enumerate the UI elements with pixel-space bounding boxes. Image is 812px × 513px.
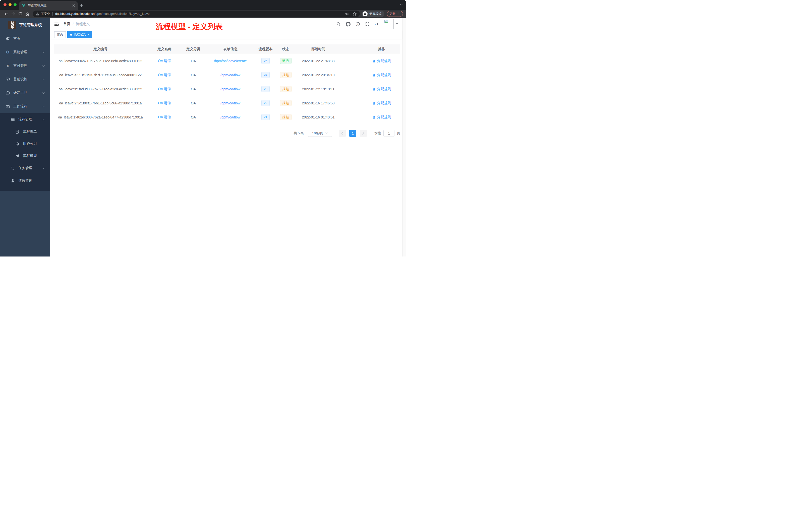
fullscreen-icon[interactable] bbox=[365, 22, 370, 26]
incognito-label: 无痕模式 bbox=[369, 12, 381, 16]
back-icon[interactable] bbox=[2, 10, 9, 17]
sidebar-item-研发工具[interactable]: 研发工具 bbox=[0, 86, 50, 100]
column-header-部署时间: 部署时间 bbox=[296, 44, 340, 54]
sidebar-item-label: 请假查询 bbox=[18, 178, 32, 183]
goto-page-input[interactable] bbox=[383, 130, 395, 137]
key-icon[interactable] bbox=[345, 12, 349, 16]
collapse-sidebar-icon[interactable] bbox=[54, 22, 59, 27]
assign-rule-label: 分配规则 bbox=[377, 101, 391, 105]
sidebar-item-流程管理[interactable]: 流程管理 bbox=[0, 113, 50, 126]
url-domain: dashboard.yudao.iocoder.cn bbox=[55, 12, 95, 16]
assign-rule-label: 分配规则 bbox=[377, 115, 391, 119]
version-badge: v4 bbox=[261, 72, 270, 78]
tag-label: 流程定义 bbox=[74, 32, 86, 37]
sidebar-item-流程模型[interactable]: 流程模型 bbox=[0, 150, 50, 162]
definition-name-link[interactable]: OA 请假 bbox=[158, 73, 171, 77]
close-icon[interactable]: × bbox=[88, 33, 89, 36]
deploy-time: 2022-01-22 21:48:38 bbox=[302, 59, 335, 63]
breadcrumb-home[interactable]: 首页 bbox=[63, 22, 70, 26]
sidebar-item-流程表单[interactable]: 流程表单 bbox=[0, 126, 50, 138]
page-size-select[interactable]: 10条/页 bbox=[308, 130, 332, 137]
breadcrumb-separator: / bbox=[72, 22, 74, 26]
status-badge: 激活 bbox=[280, 58, 291, 64]
avatar[interactable] bbox=[384, 19, 394, 29]
assign-rule-button[interactable]: 分配规则 bbox=[372, 73, 391, 77]
sidebar-item-用户分组[interactable]: 用户分组 bbox=[0, 138, 50, 150]
github-icon[interactable] bbox=[346, 22, 350, 27]
sidebar-item-请假查询[interactable]: 请假查询 bbox=[0, 175, 50, 187]
deploy-time: 2022-01-22 19:19:11 bbox=[302, 87, 335, 91]
svg-text:T: T bbox=[376, 22, 379, 26]
app-header: 首页 / 流程定义 流程模型 - 定义列表 ? bbox=[50, 18, 403, 30]
assign-rule-button[interactable]: 分配规则 bbox=[372, 115, 391, 119]
font-size-icon[interactable]: TT bbox=[375, 22, 380, 26]
scrollbar-gutter[interactable] bbox=[403, 18, 406, 256]
browser-menu-icon[interactable] bbox=[397, 12, 401, 16]
definition-table: 定义编号定义名称定义分类表单信息流程版本状态部署时间操作 oa_leave:5:… bbox=[54, 44, 400, 124]
new-tab-button[interactable] bbox=[78, 1, 85, 10]
definition-name-link[interactable]: OA 请假 bbox=[158, 59, 171, 63]
assign-rule-label: 分配规则 bbox=[377, 59, 391, 63]
update-button[interactable]: 更新 bbox=[387, 11, 403, 17]
sidebar-logo[interactable]: 芋道管理系统 bbox=[0, 18, 50, 32]
briefcase-icon bbox=[5, 104, 10, 109]
status-badge: 挂起 bbox=[280, 72, 291, 78]
page-1-button[interactable]: 1 bbox=[349, 130, 356, 137]
forward-icon[interactable] bbox=[9, 10, 17, 17]
column-header-定义分类: 定义分类 bbox=[182, 44, 205, 54]
address-bar[interactable]: 不安全 dashboard.yudao.iocoder.cn /bpm/mana… bbox=[33, 10, 360, 17]
tag-首页[interactable]: 首页 bbox=[54, 31, 66, 38]
sidebar-item-工作流程[interactable]: 工作流程 bbox=[0, 100, 50, 113]
prev-page-button[interactable] bbox=[339, 130, 346, 137]
next-page-button[interactable] bbox=[360, 130, 367, 137]
home-icon[interactable] bbox=[24, 10, 31, 17]
form-info-link[interactable]: /bpm/oa/leave/create bbox=[214, 59, 247, 63]
active-tag-dot bbox=[70, 34, 72, 36]
sidebar-item-系统管理[interactable]: ⚙系统管理 bbox=[0, 46, 50, 59]
definition-name-link[interactable]: OA 请假 bbox=[158, 101, 171, 105]
sidebar-item-label: 研发工具 bbox=[13, 91, 27, 95]
assign-rule-button[interactable]: 分配规则 bbox=[372, 59, 391, 63]
breadcrumb: 首页 / 流程定义 bbox=[63, 22, 90, 26]
definition-name-link[interactable]: OA 请假 bbox=[158, 115, 171, 119]
column-header-流程版本: 流程版本 bbox=[256, 44, 275, 54]
definition-name-link[interactable]: OA 请假 bbox=[158, 87, 171, 91]
sidebar-item-支付管理[interactable]: ¥支付管理 bbox=[0, 59, 50, 72]
form-info-link[interactable]: /bpm/oa/flow bbox=[221, 115, 240, 119]
form-info-link[interactable]: /bpm/oa/flow bbox=[221, 101, 240, 105]
goto-label: 前往 bbox=[374, 131, 381, 135]
chevron-down-icon bbox=[42, 91, 45, 95]
help-icon[interactable]: ? bbox=[355, 22, 360, 26]
avatar-caret-icon[interactable] bbox=[396, 23, 399, 25]
close-window-button[interactable] bbox=[3, 3, 6, 6]
form-info-link[interactable]: /bpm/oa/flow bbox=[221, 87, 240, 91]
sidebar-item-label: 首页 bbox=[13, 36, 20, 41]
sidebar-item-首页[interactable]: 首页 bbox=[0, 32, 50, 46]
incognito-badge: 无痕模式 bbox=[362, 10, 384, 17]
tag-流程定义[interactable]: 流程定义× bbox=[67, 31, 92, 38]
user-icon bbox=[372, 73, 376, 77]
sidebar-item-基础设施[interactable]: 基础设施 bbox=[0, 72, 50, 86]
sidebar-item-label: 任务管理 bbox=[18, 166, 32, 171]
sidebar-item-任务管理[interactable]: 任务管理 bbox=[0, 162, 50, 175]
security-label[interactable]: 不安全 bbox=[41, 12, 50, 16]
chevron-up-icon bbox=[42, 105, 45, 108]
sidebar-item-label: 基础设施 bbox=[13, 77, 27, 82]
bookmark-star-icon[interactable] bbox=[352, 12, 357, 16]
form-info-link[interactable]: /bpm/oa/flow bbox=[221, 73, 240, 77]
deploy-time: 2022-01-16 01:40:51 bbox=[302, 115, 335, 119]
reload-icon[interactable] bbox=[17, 10, 24, 17]
svg-text:T: T bbox=[375, 23, 376, 26]
assign-rule-button[interactable]: 分配规则 bbox=[372, 87, 391, 91]
table-row: oa_leave:3:1fad3d93-7b75-11ec-a3c8-acde4… bbox=[54, 82, 400, 96]
browser-tab[interactable]: 芋道管理系统 bbox=[19, 1, 78, 10]
assign-rule-button[interactable]: 分配规则 bbox=[372, 101, 391, 105]
minimize-window-button[interactable] bbox=[8, 3, 11, 6]
group-icon bbox=[15, 142, 20, 146]
warning-triangle-icon[interactable] bbox=[36, 12, 39, 16]
search-icon[interactable] bbox=[336, 22, 341, 26]
tab-search-chevron-icon[interactable] bbox=[400, 3, 403, 6]
zoom-window-button[interactable] bbox=[13, 3, 17, 6]
close-tab-icon[interactable] bbox=[72, 4, 75, 7]
monitor-icon bbox=[5, 77, 10, 81]
